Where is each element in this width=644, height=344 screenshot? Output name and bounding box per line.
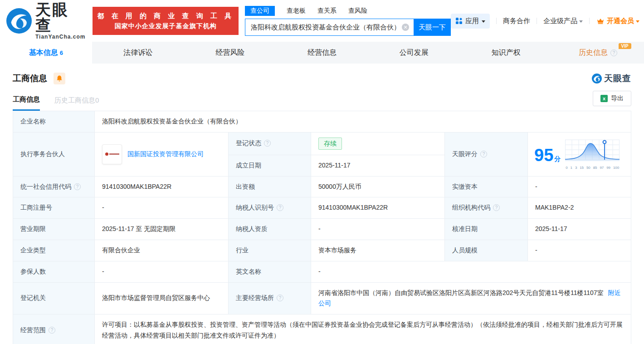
help-icon[interactable]: ? — [480, 151, 487, 157]
field-label: 组织机构代码? — [445, 197, 528, 219]
industry-value: 资本市场服务 — [311, 240, 445, 261]
crown-icon — [596, 16, 605, 25]
field-label: 企业类型 — [13, 240, 95, 261]
divider — [496, 18, 497, 24]
chart-x-ticks: 01 315 5085 9799 100 — [565, 165, 620, 171]
help-icon[interactable]: ? — [610, 49, 617, 56]
field-label: 营业期限 — [13, 219, 95, 240]
field-label: 纳税人资质 — [229, 219, 311, 240]
taxpayer-id-value: 91410300MAK1BPA22R — [311, 197, 445, 219]
tab-operation-info[interactable]: 经营信息 — [276, 42, 368, 64]
field-label: 人员规模 — [445, 240, 528, 261]
tianyancha-logo[interactable]: 天眼查 TianYanCha.com — [6, 2, 85, 40]
table-row: 营业期限 2025-11-17 至 无固定期限 纳税人资质 - 核准日期 202… — [13, 219, 631, 240]
tab-legal-litigation[interactable]: 法律诉讼 — [92, 42, 184, 64]
staff-size-value: - — [528, 240, 631, 261]
search-tab-boss[interactable]: 查老板 — [287, 6, 306, 16]
business-address-value: 河南省洛阳市中国（河南）自由贸易试验区洛阳片区高新区河洛路202号天元自贸港11… — [318, 289, 604, 296]
business-info-table: 企业名称 洛阳科改启航股权投资基金合伙企业（有限合伙） 执行事务合伙人 国新国证… — [13, 111, 631, 344]
table-row: 参保人数 - 英文名称 - — [13, 261, 631, 282]
chevron-down-icon — [579, 20, 583, 23]
divider — [589, 18, 590, 24]
field-label: 统一社会信用代码? — [13, 176, 95, 197]
search-tab-relation[interactable]: 查关系 — [317, 6, 337, 16]
business-scope-value: 许可项目：以私募基金从事股权投资、投资管理、资产管理等活动（须在中国证券投资基金… — [95, 315, 631, 344]
apps-label: 应用 — [465, 17, 479, 25]
divider — [537, 18, 537, 24]
table-row: 经营范围? 许可项目：以私募基金从事股权投资、投资管理、资产管理等活动（须在中国… — [13, 315, 631, 344]
help-icon[interactable]: ? — [74, 183, 81, 190]
export-button[interactable]: x 导出 — [593, 91, 631, 106]
english-name-value: - — [311, 261, 631, 282]
page-header: 天眼查 TianYanCha.com 都 在 用 的 商 业 查 询 工 具 国… — [0, 0, 644, 42]
score-marker-pin — [603, 140, 606, 143]
watermark-text: 天眼查 — [604, 73, 631, 84]
vip-badge: VIP — [619, 43, 631, 49]
search-tab-risk[interactable]: 查风险 — [348, 6, 367, 16]
help-icon[interactable]: ? — [264, 140, 271, 147]
tab-count-badge: 6 — [60, 49, 63, 56]
table-row: 企业名称 洛阳科改启航股权投资基金合伙企业（有限合伙） — [13, 111, 631, 133]
company-section-tabs: 基本信息 6 法律诉讼 经营风险 经营信息 公司发展 知识产权 VIP 历史信息… — [0, 42, 644, 64]
logo-domain: TianYanCha.com — [35, 34, 85, 40]
tianyancha-logo-icon — [6, 8, 32, 34]
nav-enterprise-product[interactable]: 企业级产品 — [543, 17, 583, 25]
table-row: 企业类型 有限合伙企业 行业 资本市场服务 人员规模 - — [13, 240, 631, 261]
field-label: 核准日期 — [445, 219, 528, 240]
partner-company-link[interactable]: 国新国证投资管理有限公司 — [127, 149, 204, 160]
section-title: 工商信息 — [13, 73, 47, 84]
tab-history-info[interactable]: VIP 历史信息 ? — [552, 42, 644, 64]
help-icon[interactable]: ? — [277, 295, 283, 301]
business-address-cell: 河南省洛阳市中国（河南）自由贸易试验区洛阳片区高新区河洛路202号天元自贸港11… — [311, 282, 631, 315]
field-label: 工商注册号 — [13, 197, 95, 219]
status-badge: 存续 — [318, 138, 342, 150]
search-button[interactable]: 天眼一下 — [414, 19, 451, 36]
subtab-business-info[interactable]: 工商信息 — [13, 95, 40, 111]
business-info-section: 工商信息 天眼查 工商信息 历史工商信息0 x 导出 — [0, 64, 644, 111]
apps-menu[interactable]: 应用 — [451, 14, 490, 29]
field-label: 纳税人识别号? — [229, 197, 311, 219]
field-label: 参保人数 — [13, 261, 95, 282]
search-tab-company[interactable]: 查公司 — [245, 6, 275, 16]
score-value: 95分 — [534, 147, 561, 164]
monitor-bell-icon[interactable] — [54, 73, 65, 84]
excel-icon: x — [600, 95, 608, 102]
nav-business-coop[interactable]: 商务合作 — [503, 17, 530, 25]
field-label: 登记机关 — [13, 282, 95, 315]
tab-basic-info[interactable]: 基本信息 6 — [0, 42, 92, 64]
clear-search-icon[interactable]: ✕ — [402, 24, 409, 31]
organization-code-value: MAK1BPA2-2 — [528, 197, 631, 219]
search-block: 查公司 查老板 查关系 查风险 ✕ 天眼一下 — [245, 6, 451, 36]
contribution-value: 50000万人民币 — [311, 176, 445, 197]
grid-icon — [455, 17, 463, 25]
field-label: 成立日期 — [229, 155, 311, 176]
search-input[interactable] — [245, 19, 414, 36]
tab-intellectual-property[interactable]: 知识产权 — [460, 42, 552, 64]
partner-company-logo — [102, 144, 122, 164]
business-term-value: 2025-11-17 至 无固定期限 — [95, 219, 229, 240]
tab-company-development[interactable]: 公司发展 — [368, 42, 460, 64]
tianyancha-logo-icon — [592, 74, 602, 84]
approval-date-value: 2025-11-17 — [528, 219, 631, 240]
chevron-down-icon — [482, 20, 485, 23]
tab-operation-risk[interactable]: 经营风险 — [184, 42, 276, 64]
field-label: 英文名称 — [229, 261, 311, 282]
executive-partner-cell: 国新国证投资管理有限公司 — [95, 132, 229, 176]
field-label: 经营范围? — [13, 315, 95, 344]
subtab-history-business-info[interactable]: 历史工商信息0 — [54, 96, 99, 110]
help-icon[interactable]: ? — [277, 204, 283, 211]
establish-date-value: 2025-11-17 — [311, 155, 445, 176]
table-row: 登记机关 洛阳市市场监督管理局自贸区服务中心 主要经营场所? 河南省洛阳市中国（… — [13, 282, 631, 315]
tianyan-score-cell[interactable]: 95分 — [528, 132, 631, 176]
registration-number-value: - — [95, 197, 229, 219]
credit-code-value: 91410300MAK1BPA22R — [95, 176, 229, 197]
nav-open-vip[interactable]: 开通会员 — [596, 16, 639, 25]
company-type-value: 有限合伙企业 — [95, 240, 229, 261]
field-label: 企业名称 — [13, 111, 95, 133]
field-label: 主要经营场所? — [229, 282, 311, 315]
help-icon[interactable]: ? — [493, 204, 500, 211]
logo-name: 天眼查 — [35, 2, 85, 33]
company-name-value: 洛阳科改启航股权投资基金合伙企业（有限合伙） — [95, 111, 631, 133]
registration-status-cell: 存续 — [311, 132, 445, 155]
help-icon[interactable]: ? — [49, 327, 55, 334]
